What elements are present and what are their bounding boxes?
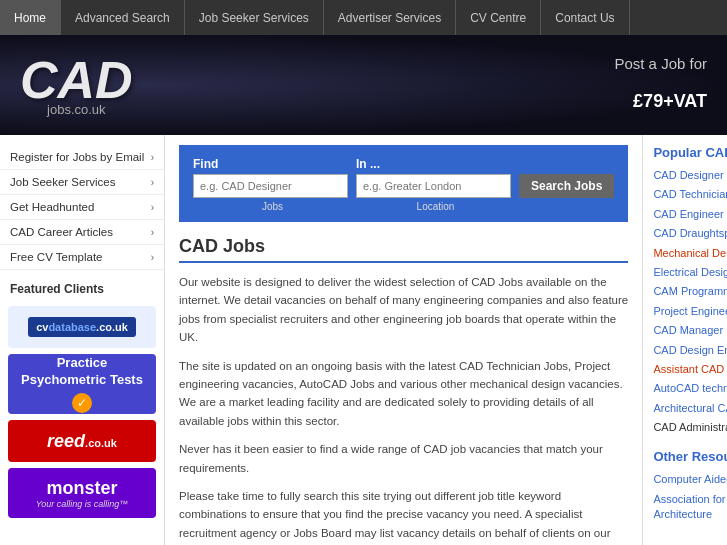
search-input[interactable] — [193, 174, 348, 198]
popular-job-cad-draughtsperson[interactable]: CAD Draughtsperson — [653, 226, 727, 241]
find-field: Find — [193, 157, 348, 198]
popular-job-asst-cad[interactable]: Assistant CAD Operator — [653, 362, 727, 377]
logo-cad: CAD — [20, 54, 133, 106]
popular-job-cad-design-eng[interactable]: CAD Design Engineer — [653, 343, 727, 358]
popular-job-arch-cad[interactable]: Architectural CAD Technician — [653, 401, 727, 416]
nav-home[interactable]: Home — [0, 0, 61, 35]
popular-job-cad-admin[interactable]: CAD Administrator — [653, 420, 727, 435]
client-cvdatabase[interactable]: cvdatabase.co.uk — [8, 306, 156, 348]
psychometric-label: Practice Psychometric Tests — [14, 355, 150, 389]
arrow-icon: › — [151, 152, 154, 163]
post-job-price: £79+VAT — [614, 74, 707, 116]
client-reed[interactable]: reed.co.uk — [8, 420, 156, 462]
post-job-area[interactable]: Post a Job for £79+VAT — [614, 55, 707, 116]
sidebar-item-headhunted[interactable]: Get Headhunted › — [0, 195, 164, 220]
cad-jobs-title: CAD Jobs — [179, 236, 628, 263]
find-label: Find — [193, 157, 348, 171]
sidebar-item-career[interactable]: CAD Career Articles › — [0, 220, 164, 245]
logo-area: CAD jobs.co.uk — [20, 54, 133, 117]
search-button[interactable]: Search Jobs — [519, 174, 614, 198]
popular-job-mech-design[interactable]: Mechanical Design Engineer — [653, 246, 727, 261]
arrow-icon: › — [151, 177, 154, 188]
resource-computer-aided[interactable]: Computer Aided Design — [653, 472, 727, 487]
cad-jobs-para-3: Never has it been easier to find a wide … — [179, 440, 628, 477]
main-layout: Register for Jobs by Email › Job Seeker … — [0, 135, 727, 545]
popular-job-electrical[interactable]: Electrical Designer — [653, 265, 727, 280]
arrow-icon: › — [151, 227, 154, 238]
popular-job-cad-designer[interactable]: CAD Designer — [653, 168, 727, 183]
main-nav: Home Advanced Search Job Seeker Services… — [0, 0, 727, 35]
in-label: In ... — [356, 157, 511, 171]
client-monster[interactable]: monster Your calling is calling™ — [8, 468, 156, 518]
jobs-sublabel: Jobs — [195, 201, 350, 212]
popular-jobs-title: Popular CAD Jobs — [653, 145, 727, 160]
featured-clients-label: Featured Clients — [0, 274, 164, 300]
check-icon: ✓ — [72, 393, 92, 413]
nav-advanced-search[interactable]: Advanced Search — [61, 0, 185, 35]
arrow-icon: › — [151, 252, 154, 263]
location-sublabel: Location — [358, 201, 513, 212]
popular-job-cam[interactable]: CAM Programmer — [653, 284, 727, 299]
nav-job-seeker[interactable]: Job Seeker Services — [185, 0, 324, 35]
arrow-icon: › — [151, 202, 154, 213]
popular-job-cad-manager[interactable]: CAD Manager — [653, 323, 727, 338]
header-banner: CAD jobs.co.uk Post a Job for £79+VAT — [0, 35, 727, 135]
popular-job-autocad-tech[interactable]: AutoCAD technician — [653, 381, 727, 396]
popular-job-project[interactable]: Project Engineer — [653, 304, 727, 319]
cad-jobs-para-4: Please take time to fully search this si… — [179, 487, 628, 545]
nav-advertiser[interactable]: Advertiser Services — [324, 0, 456, 35]
popular-job-cad-engineer[interactable]: CAD Engineer — [653, 207, 727, 222]
location-input[interactable] — [356, 174, 511, 198]
cad-jobs-para-1: Our website is designed to deliver the w… — [179, 273, 628, 347]
sidebar-item-cv[interactable]: Free CV Template › — [0, 245, 164, 270]
sidebar-item-job-seeker[interactable]: Job Seeker Services › — [0, 170, 164, 195]
left-sidebar: Register for Jobs by Email › Job Seeker … — [0, 135, 165, 545]
nav-cv-centre[interactable]: CV Centre — [456, 0, 541, 35]
right-sidebar: Popular CAD Jobs CAD Designer CAD Techni… — [642, 135, 727, 545]
other-resources-title: Other Resources — [653, 449, 727, 464]
location-field: In ... — [356, 157, 511, 198]
cad-jobs-para-2: The site is updated on an ongoing basis … — [179, 357, 628, 431]
search-box: Find In ... Search Jobs Jobs Location — [179, 145, 628, 222]
nav-contact[interactable]: Contact Us — [541, 0, 629, 35]
other-resources: Other Resources Computer Aided Design As… — [653, 449, 727, 522]
sidebar-item-register[interactable]: Register for Jobs by Email › — [0, 145, 164, 170]
client-psychometric[interactable]: Practice Psychometric Tests ✓ — [8, 354, 156, 414]
popular-job-cad-technician[interactable]: CAD Technician — [653, 187, 727, 202]
post-job-label: Post a Job for — [614, 55, 707, 72]
resource-association-cad[interactable]: Association for CAD in Architecture — [653, 492, 727, 523]
center-content: Find In ... Search Jobs Jobs Location CA… — [165, 135, 642, 545]
